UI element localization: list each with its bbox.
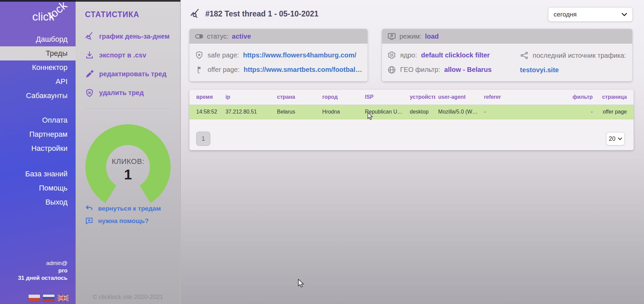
last-source-label: последний источник трафика:	[533, 52, 626, 59]
status-label: статус:	[207, 33, 228, 40]
sidebar-item-help[interactable]: Помощь	[0, 181, 76, 195]
russia-flag-icon[interactable]	[43, 295, 54, 301]
sidebar-item-threads[interactable]: Треды	[0, 46, 76, 60]
offer-page-label: offer page:	[208, 66, 240, 74]
chart-search-icon	[85, 32, 94, 41]
period-select[interactable]: сегодня	[548, 7, 633, 22]
account-email: admin@	[18, 260, 68, 267]
col-page: страница	[595, 90, 634, 105]
geo-filter-row: ГЕО фильтр: allow - Belarus	[387, 66, 509, 74]
sidebar-item-settings[interactable]: Настройки	[0, 141, 76, 156]
chevron-down-icon	[618, 137, 622, 140]
status-panel: статус: active safe page: https://www.fl…	[189, 29, 368, 81]
mode-value: load	[425, 33, 439, 40]
cell-device[interactable]: desktop	[407, 105, 436, 119]
link-label: нужна помощь?	[98, 217, 149, 225]
cell-ip[interactable]: 37.212.80.51	[223, 105, 274, 119]
edit-thread-action[interactable]: редактировать тред	[85, 64, 175, 83]
uk-flag-icon[interactable]	[57, 295, 69, 301]
main-content: #182 Test thread 1 - 05-10-2021 сегодня …	[181, 0, 644, 304]
geo-filter-label: ГЕО фильтр:	[400, 66, 440, 74]
chart-search-icon	[190, 9, 201, 19]
action-label: редактировать тред	[99, 70, 166, 78]
delete-thread-action[interactable]: удалить тред	[85, 83, 175, 102]
col-city: город	[319, 90, 362, 105]
page-size-select[interactable]: 20	[606, 132, 625, 145]
account-days-left: 31 дней осталось	[18, 274, 68, 282]
thread-header: #182 Test thread 1 - 05-10-2021	[190, 9, 318, 19]
stats-title: СТАТИСТИКА	[85, 10, 139, 19]
mode-panel: режим: load ядро: default clicklock filt…	[382, 29, 632, 81]
sidebar-item-logout[interactable]: Выход	[0, 195, 76, 209]
flag-icon	[195, 66, 204, 74]
globe-icon	[387, 66, 396, 74]
table-row[interactable]: 14:58:52 37.212.80.51 Belarus Hrodna Rep…	[189, 105, 634, 119]
sidebar-item-api[interactable]: API	[0, 75, 76, 89]
shield-star-icon	[195, 51, 204, 59]
need-help-link[interactable]: нужна помощь?	[85, 215, 161, 227]
sidebar-item-partners[interactable]: Партнерам	[0, 127, 76, 141]
toggle-icon	[195, 32, 204, 41]
col-ip: ip	[223, 90, 274, 105]
geo-filter-value: allow - Belarus	[444, 66, 491, 74]
col-user-agent: user-agent	[435, 90, 481, 105]
offer-page-link[interactable]: https://www.smartbets.com/football/tea…	[244, 66, 362, 74]
stats-panel: СТАТИСТИКА график день-за-днем экспорт	[76, 0, 180, 304]
download-icon	[85, 51, 94, 60]
sidebar-top-block: clicklock Дашборд	[0, 0, 76, 46]
chevron-down-icon	[621, 13, 627, 16]
page-size-value: 20	[609, 135, 615, 142]
cell-isp[interactable]: Republican Unita…	[362, 105, 407, 119]
core-value: default clicklock filter	[421, 51, 490, 59]
col-time: время	[189, 90, 223, 105]
action-label: экспорт в .csv	[99, 51, 146, 59]
cell-city[interactable]: Hrodna	[319, 105, 362, 119]
language-switcher	[29, 295, 69, 301]
share-icon	[520, 51, 529, 60]
thread-title: #182 Test thread 1 - 05-10-2021	[205, 9, 318, 18]
export-csv-action[interactable]: экспорт в .csv	[85, 46, 175, 64]
stats-links: вернуться к тредам нужна помощь?	[85, 202, 161, 227]
clicklock-logo[interactable]: clicklock	[0, 0, 76, 32]
sidebar-item-knowledge-base[interactable]: База знаний	[0, 167, 76, 181]
back-to-threads-link[interactable]: вернуться к тредам	[85, 202, 161, 215]
col-country: страна	[274, 90, 319, 105]
gauge-label: КЛИКОВ:	[85, 157, 171, 166]
action-label: удалить тред	[99, 89, 144, 97]
sidebar-item-connector[interactable]: Коннектор	[0, 60, 76, 75]
cell-user-agent[interactable]: Mozilla/5.0 (Win…	[435, 105, 481, 119]
cell-referer[interactable]: -	[481, 105, 560, 119]
sidebar-gap	[0, 156, 76, 167]
poland-flag-icon[interactable]	[29, 295, 40, 301]
comment-plus-icon	[85, 217, 93, 225]
cell-filter[interactable]: -	[559, 105, 595, 119]
safe-page-label: safe page:	[208, 51, 239, 59]
safe-page-row: safe page: https://www.flowers4hamburg.c…	[195, 51, 362, 59]
status-value: active	[232, 33, 251, 40]
clicks-gauge: КЛИКОВ: 1	[85, 124, 171, 210]
pencil-icon	[85, 70, 94, 79]
last-source-link[interactable]: testovyi.site	[520, 66, 559, 74]
col-isp: ISP	[362, 90, 407, 105]
sidebar-item-subaccounts[interactable]: Сабакаунты	[0, 89, 76, 103]
cell-page[interactable]: offer page	[595, 105, 634, 119]
page-button-1[interactable]: 1	[196, 132, 210, 146]
clicks-table-box: время ip страна город ISP устройство use…	[189, 90, 634, 150]
video-edge-artifact	[0, 0, 180, 2]
shield-x-icon	[85, 88, 94, 97]
col-filter: фильтр	[559, 90, 595, 105]
sidebar-item-dashboard[interactable]: Дашборд	[0, 32, 76, 46]
cell-country[interactable]: Belarus	[274, 105, 319, 119]
day-by-day-chart-action[interactable]: график день-за-днем	[85, 27, 175, 46]
safe-page-link[interactable]: https://www.flowers4hamburg.com/	[243, 51, 356, 59]
sidebar-item-payment[interactable]: Оплата	[0, 113, 76, 127]
sidebar: clicklock Дашборд Треды Коннектор API Са…	[0, 0, 76, 304]
sidebar-gap	[0, 103, 76, 113]
cell-time[interactable]: 14:58:52	[189, 105, 223, 119]
last-source-row: последний источник трафика:	[520, 51, 627, 60]
core-label: ядро:	[400, 51, 417, 59]
screen-share-icon	[387, 32, 396, 41]
undo-icon	[85, 204, 93, 213]
copyright-footer: © clicklock.site 2020-2021	[76, 294, 180, 301]
mode-label: режим:	[399, 33, 422, 40]
